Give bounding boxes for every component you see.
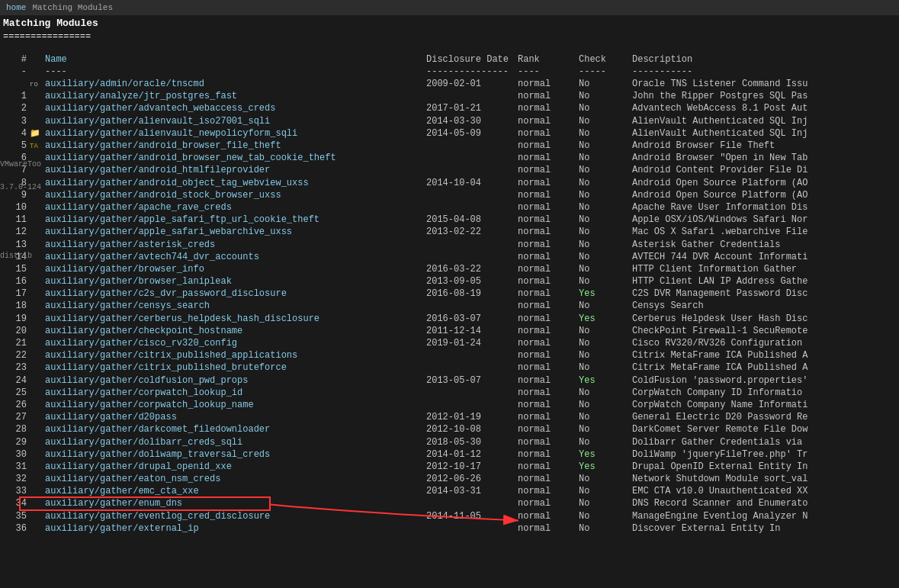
- row-name: auxiliary/gather/coldfusion_pwd_props: [45, 374, 426, 387]
- row-name: auxiliary/gather/asterisk_creds: [45, 239, 426, 251]
- row-check: No: [579, 411, 632, 423]
- row-date: [426, 152, 518, 164]
- row-icon: [30, 461, 45, 473]
- row-date: 2013-02-22: [426, 226, 518, 238]
- row-num: 16: [3, 275, 30, 288]
- row-desc: Asterisk Gather Credentials: [632, 239, 896, 251]
- row-num: 15: [3, 263, 30, 275]
- row-check: No: [579, 485, 632, 497]
- folder-icon: 📁: [30, 129, 40, 138]
- row-icon: [30, 349, 45, 361]
- row-desc: Oracle TNS Listener Command Issu: [632, 78, 896, 90]
- root-label: ro: [30, 81, 38, 88]
- col-header-date: Disclosure Date: [426, 53, 518, 66]
- row-desc: Citrix MetaFrame ICA Published A: [632, 349, 896, 361]
- breadcrumb-home[interactable]: home: [6, 3, 26, 12]
- row-check: No: [579, 361, 632, 374]
- row-check: No: [579, 510, 632, 522]
- table-row: 8auxiliary/gather/android_object_tag_web…: [3, 177, 896, 189]
- row-name: auxiliary/gather/emc_cta_xxe: [45, 485, 426, 497]
- row-desc: Advantech WebAccess 8.1 Post Aut: [632, 102, 896, 114]
- row-date: [426, 300, 518, 312]
- row-date: 2014-11-05: [426, 510, 518, 522]
- row-name: auxiliary/gather/android_browser_new_tab…: [45, 152, 426, 164]
- row-rank: normal: [518, 251, 579, 263]
- row-desc: ManageEngine Eventlog Analyzer N: [632, 510, 896, 522]
- table-row: 29auxiliary/gather/dolibarr_creds_sqli20…: [3, 436, 896, 448]
- row-num: 4: [3, 127, 30, 140]
- table-row: 5TAauxiliary/gather/android_browser_file…: [3, 140, 896, 152]
- row-rank: normal: [518, 473, 579, 485]
- row-date: 2013-05-07: [426, 374, 518, 387]
- table-row: 1auxiliary/analyze/jtr_postgres_fastnorm…: [3, 90, 896, 102]
- sep-num: -: [3, 66, 30, 78]
- row-check: Yes: [579, 461, 632, 473]
- sep-rank: ----: [518, 66, 579, 78]
- breadcrumb-current: Matching Modules: [32, 3, 113, 12]
- row-check: No: [579, 325, 632, 337]
- row-num: 22: [3, 349, 30, 361]
- row-desc: Mac OS X Safari .webarchive File: [632, 226, 896, 238]
- row-num: 1: [3, 90, 30, 102]
- row-date: 2014-10-04: [426, 177, 518, 189]
- row-date: 2016-03-22: [426, 263, 518, 275]
- row-check: No: [579, 201, 632, 214]
- row-num: 11: [3, 214, 30, 226]
- terminal-window: home Matching Modules Matching Modules =…: [0, 0, 899, 588]
- row-date: 2018-05-30: [426, 436, 518, 448]
- distrib-label: distrib: [0, 252, 32, 260]
- table-row: 4📁auxiliary/gather/alienvault_newpolicyf…: [3, 127, 896, 140]
- row-check: No: [579, 127, 632, 140]
- row-num: 35: [3, 510, 30, 522]
- row-check: No: [579, 423, 632, 435]
- table-row: 36auxiliary/gather/external_ipnormalNoDi…: [3, 522, 896, 535]
- row-check: No: [579, 115, 632, 127]
- row-num: 10: [3, 201, 30, 214]
- row-date: 2013-09-05: [426, 275, 518, 288]
- row-icon: [30, 399, 45, 411]
- row-desc: Apple OSX/iOS/Windows Safari Nor: [632, 214, 896, 226]
- table-row: 19auxiliary/gather/cerberus_helpdesk_has…: [3, 313, 896, 325]
- row-icon: [30, 522, 45, 535]
- table-row: 34auxiliary/gather/enum_dnsnormalNoDNS R…: [3, 497, 896, 509]
- table-header: # Name Disclosure Date Rank Check Descri…: [3, 53, 896, 66]
- row-rank: normal: [518, 90, 579, 102]
- row-date: 2015-04-08: [426, 214, 518, 226]
- row-name: auxiliary/gather/checkpoint_hostname: [45, 325, 426, 337]
- row-icon: ro: [30, 78, 45, 90]
- row-name: auxiliary/gather/browser_lanipleak: [45, 275, 426, 288]
- row-desc: AlienVault Authenticated SQL Inj: [632, 127, 896, 140]
- row-rank: normal: [518, 349, 579, 361]
- table-row: 3auxiliary/gather/alienvault_iso27001_sq…: [3, 115, 896, 127]
- row-desc: HTTP Client LAN IP Address Gathe: [632, 275, 896, 288]
- table-row: 17auxiliary/gather/c2s_dvr_password_disc…: [3, 288, 896, 300]
- row-name: auxiliary/gather/citrix_published_brutef…: [45, 361, 426, 374]
- col-header-check: Check: [579, 53, 632, 66]
- row-desc: General Electric D20 Password Re: [632, 411, 896, 423]
- row-num: 18: [3, 300, 30, 312]
- row-rank: normal: [518, 361, 579, 374]
- row-icon: [30, 361, 45, 374]
- row-icon: [30, 300, 45, 312]
- row-icon: [30, 337, 45, 349]
- row-rank: normal: [518, 374, 579, 387]
- row-desc: HTTP Client Information Gather: [632, 263, 896, 275]
- row-rank: normal: [518, 485, 579, 497]
- sep-icon: [30, 66, 45, 78]
- row-rank: normal: [518, 140, 579, 152]
- row-check: Yes: [579, 374, 632, 387]
- row-date: [426, 90, 518, 102]
- row-num: 3: [3, 115, 30, 127]
- table-row: 27auxiliary/gather/d20pass2012-01-19norm…: [3, 411, 896, 423]
- row-name: auxiliary/gather/advantech_webaccess_cre…: [45, 102, 426, 114]
- row-num: 29: [3, 436, 30, 448]
- vmware-label: VMwareToo: [0, 160, 41, 169]
- row-icon: [30, 325, 45, 337]
- row-name: auxiliary/gather/censys_search: [45, 300, 426, 312]
- row-date: 2014-03-31: [426, 485, 518, 497]
- row-desc: Android Content Provider File Di: [632, 164, 896, 176]
- row-check: No: [579, 387, 632, 399]
- row-icon: [30, 411, 45, 423]
- row-rank: normal: [518, 325, 579, 337]
- row-rank: normal: [518, 510, 579, 522]
